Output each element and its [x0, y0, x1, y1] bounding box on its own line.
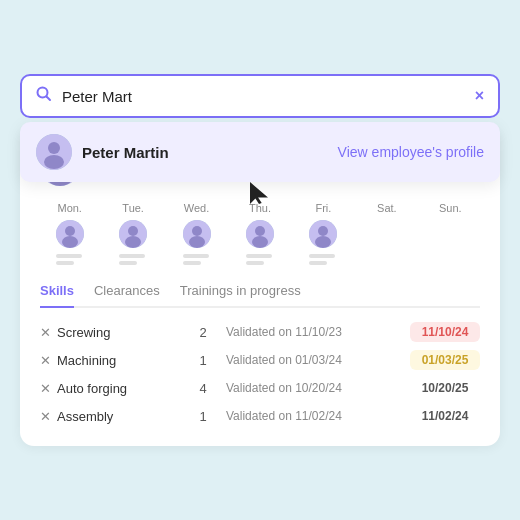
dropdown-employee-name: Peter Martin: [82, 144, 169, 161]
skill-expiry-badge: 11/02/24: [410, 406, 480, 426]
cal-col-thu: Thu.: [230, 202, 289, 265]
skill-level: 1: [188, 353, 218, 368]
tabs: Skills Clearances Trainings in progress: [40, 283, 480, 308]
svg-line-1: [47, 97, 51, 101]
skill-name-cell: ✕ Screwing: [40, 325, 180, 340]
calendar-grid: Mon. Tue. Wed.: [40, 202, 480, 265]
cal-col-tue: Tue.: [103, 202, 162, 265]
skill-validated: Validated on 10/20/24: [226, 381, 402, 395]
dropdown-avatar: [36, 134, 72, 170]
skill-validated: Validated on 11/02/24: [226, 409, 402, 423]
cal-col-mon: Mon.: [40, 202, 99, 265]
skill-icon: ✕: [40, 381, 51, 396]
skill-name: Screwing: [57, 325, 110, 340]
cal-day-thu: Thu.: [249, 202, 271, 214]
cal-lines-mon: [56, 254, 84, 265]
clear-icon[interactable]: ×: [475, 88, 484, 104]
svg-point-12: [128, 226, 138, 236]
cal-col-sat: Sat.: [357, 202, 416, 265]
search-wrapper: × Peter Martin View employee's profile: [20, 74, 500, 118]
skill-name: Assembly: [57, 409, 113, 424]
cal-day-sat: Sat.: [377, 202, 397, 214]
skill-validated: Validated on 11/10/23: [226, 325, 402, 339]
cal-day-fri: Fri.: [315, 202, 331, 214]
svg-point-18: [255, 226, 265, 236]
skill-level: 4: [188, 381, 218, 396]
cal-day-mon: Mon.: [57, 202, 81, 214]
skill-expiry-badge: 11/10/24: [410, 322, 480, 342]
svg-point-4: [44, 155, 64, 169]
svg-point-21: [318, 226, 328, 236]
cal-avatar-tue: [119, 220, 147, 248]
cal-day-sun: Sun.: [439, 202, 462, 214]
cal-col-wed: Wed.: [167, 202, 226, 265]
cal-col-sun: Sun.: [421, 202, 480, 265]
skill-level: 1: [188, 409, 218, 424]
skill-icon: ✕: [40, 353, 51, 368]
search-input[interactable]: [62, 88, 465, 105]
svg-point-19: [252, 236, 268, 248]
cal-avatar-fri: [309, 220, 337, 248]
skill-icon: ✕: [40, 409, 51, 424]
table-row: ✕ Auto forging 4 Validated on 10/20/24 1…: [40, 378, 480, 398]
skill-level: 2: [188, 325, 218, 340]
skill-name: Auto forging: [57, 381, 127, 396]
search-bar: ×: [20, 74, 500, 118]
skill-name-cell: ✕ Assembly: [40, 409, 180, 424]
tab-clearances[interactable]: Clearances: [94, 283, 160, 308]
svg-point-16: [189, 236, 205, 248]
skill-validated: Validated on 01/03/24: [226, 353, 402, 367]
svg-point-15: [192, 226, 202, 236]
skill-name-cell: ✕ Auto forging: [40, 381, 180, 396]
tab-trainings[interactable]: Trainings in progress: [180, 283, 301, 308]
svg-point-22: [315, 236, 331, 248]
skill-expiry-badge: 01/03/25: [410, 350, 480, 370]
cal-col-fri: Fri.: [294, 202, 353, 265]
cal-day-tue: Tue.: [122, 202, 144, 214]
table-row: ✕ Screwing 2 Validated on 11/10/23 11/10…: [40, 322, 480, 342]
table-row: ✕ Machining 1 Validated on 01/03/24 01/0…: [40, 350, 480, 370]
cal-day-wed: Wed.: [184, 202, 209, 214]
svg-point-3: [48, 142, 60, 154]
table-row: ✕ Assembly 1 Validated on 11/02/24 11/02…: [40, 406, 480, 426]
main-container: × Peter Martin View employee's profile: [20, 74, 500, 446]
dropdown-result: Peter Martin: [36, 134, 169, 170]
search-dropdown[interactable]: Peter Martin View employee's profile: [20, 122, 500, 182]
cal-lines-wed: [183, 254, 211, 265]
svg-point-10: [62, 236, 78, 248]
cal-lines-fri: [309, 254, 337, 265]
svg-point-9: [65, 226, 75, 236]
skill-name: Machining: [57, 353, 116, 368]
search-icon: [36, 86, 52, 106]
skills-list: ✕ Screwing 2 Validated on 11/10/23 11/10…: [40, 322, 480, 426]
view-profile-link[interactable]: View employee's profile: [338, 144, 484, 160]
skill-name-cell: ✕ Machining: [40, 353, 180, 368]
skill-icon: ✕: [40, 325, 51, 340]
tab-skills[interactable]: Skills: [40, 283, 74, 308]
cal-lines-thu: [246, 254, 274, 265]
cal-avatar-mon: [56, 220, 84, 248]
cal-avatar-thu: [246, 220, 274, 248]
cal-avatar-wed: [183, 220, 211, 248]
svg-point-13: [125, 236, 141, 248]
cal-lines-tue: [119, 254, 147, 265]
skill-expiry-badge: 10/20/25: [410, 378, 480, 398]
